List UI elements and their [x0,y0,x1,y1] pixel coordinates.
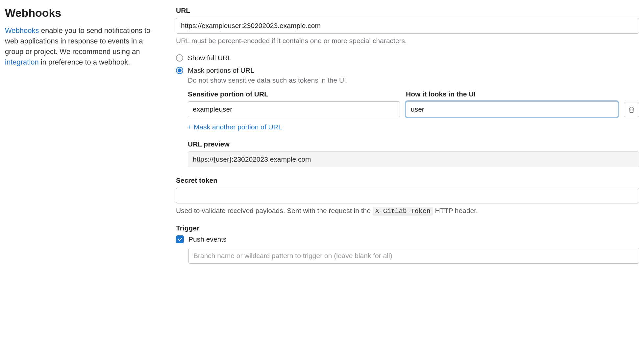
radio-mask-url[interactable] [176,67,183,74]
ui-look-label: How it looks in the UI [406,90,618,98]
intro-text: Webhooks enable you to send notification… [5,25,163,67]
sensitive-portion-label: Sensitive portion of URL [188,90,400,98]
radio-mask-url-label[interactable]: Mask portions of URL [188,66,254,74]
url-helper-text: URL must be percent-encoded if it contai… [176,37,639,45]
url-preview-box: https://{user}:230202023.example.com [188,151,639,167]
trigger-label: Trigger [176,224,639,232]
branch-pattern-input[interactable] [188,248,639,264]
radio-mask-helper: Do not show sensitive data such as token… [188,76,639,84]
check-icon [178,237,183,242]
secret-token-input[interactable] [176,188,639,203]
delete-mask-button[interactable] [624,102,639,117]
secret-helper-text-b: HTTP header. [433,207,478,214]
secret-token-label: Secret token [176,176,639,184]
secret-header-code: X-Gitlab-Token [373,207,433,216]
radio-show-full-url-label[interactable]: Show full URL [188,54,232,62]
push-events-label[interactable]: Push events [188,235,227,243]
secret-helper-text-a: Used to validate received payloads. Sent… [176,207,373,214]
integration-link[interactable]: integration [5,58,39,66]
intro-part2: in preference to a webhook. [39,58,130,66]
ui-look-input[interactable] [406,101,618,117]
url-label: URL [176,7,639,14]
radio-show-full-url[interactable] [176,54,183,62]
add-mask-link[interactable]: + Mask another portion of URL [188,123,282,131]
sensitive-portion-input[interactable] [188,101,400,117]
webhooks-link[interactable]: Webhooks [5,26,39,35]
url-input[interactable] [176,18,639,34]
page-title: Webhooks [5,7,163,19]
url-preview-label: URL preview [188,140,639,148]
push-events-checkbox[interactable] [176,235,184,243]
trash-icon [628,106,635,113]
secret-token-helper: Used to validate received payloads. Sent… [176,207,639,215]
radio-selected-dot [178,68,182,72]
